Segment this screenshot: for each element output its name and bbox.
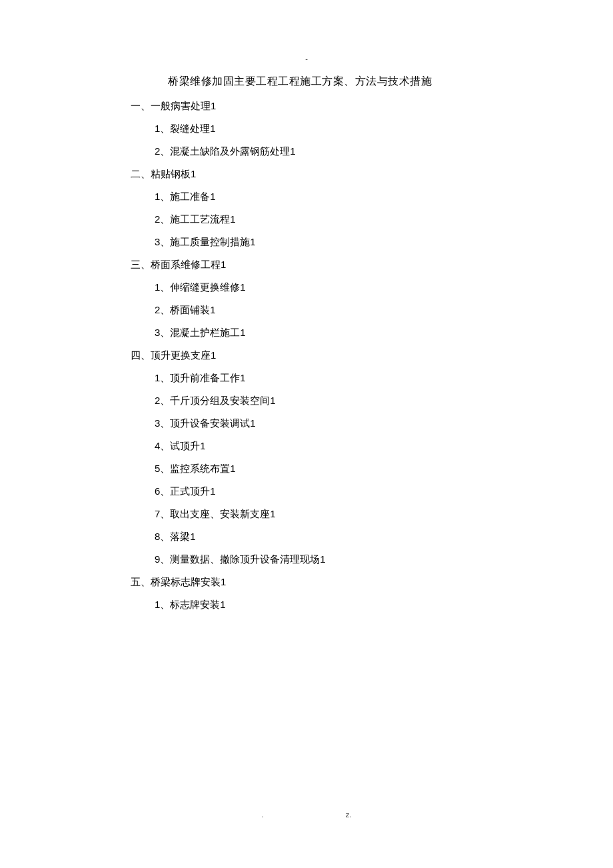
toc-item: 2、施工工艺流程1	[155, 211, 504, 227]
toc-item: 4、试顶升1	[155, 438, 504, 454]
toc-item: 2、混凝土缺陷及外露钢筋处理1	[155, 143, 504, 159]
document-title: 桥梁维修加固主要工程工程施工方案、方法与技术措施	[168, 75, 504, 89]
toc-item: 2、千斤顶分组及安装空间1	[155, 393, 504, 409]
document-content: 桥梁维修加固主要工程工程施工方案、方法与技术措施 一、一般病害处理1 1、裂缝处…	[131, 75, 504, 619]
section-heading: 五、桥梁标志牌安装1	[131, 574, 504, 590]
section-heading: 一、一般病害处理1	[131, 98, 504, 114]
section-heading: 二、粘贴钢板1	[131, 166, 504, 182]
toc-item: 1、施工准备1	[155, 189, 504, 205]
footer-left: .	[262, 811, 264, 819]
toc-item: 9、测量数据、撤除顶升设备清理现场1	[155, 551, 504, 567]
toc-item: 1、顶升前准备工作1	[155, 370, 504, 386]
toc-item: 7、取出支座、安装新支座1	[155, 506, 504, 522]
toc-item: 8、落梁1	[155, 529, 504, 545]
toc-item: 6、正式顶升1	[155, 483, 504, 499]
toc-item: 3、混凝土护栏施工1	[155, 325, 504, 341]
toc-item: 1、标志牌安装1	[155, 597, 504, 613]
toc-item: 1、裂缝处理1	[155, 121, 504, 137]
toc-item: 3、施工质量控制措施1	[155, 234, 504, 250]
section-heading: 四、顶升更换支座1	[131, 347, 504, 363]
section-heading: 三、桥面系维修工程1	[131, 257, 504, 273]
footer-right: z.	[346, 811, 352, 819]
toc-item: 2、桥面铺装1	[155, 302, 504, 318]
toc-item: 5、监控系统布置1	[155, 461, 504, 477]
toc-item: 1、伸缩缝更换维修1	[155, 279, 504, 295]
toc-item: 3、顶升设备安装调试1	[155, 415, 504, 431]
header-mark: -	[305, 55, 308, 63]
page-footer: . z.	[0, 811, 613, 819]
